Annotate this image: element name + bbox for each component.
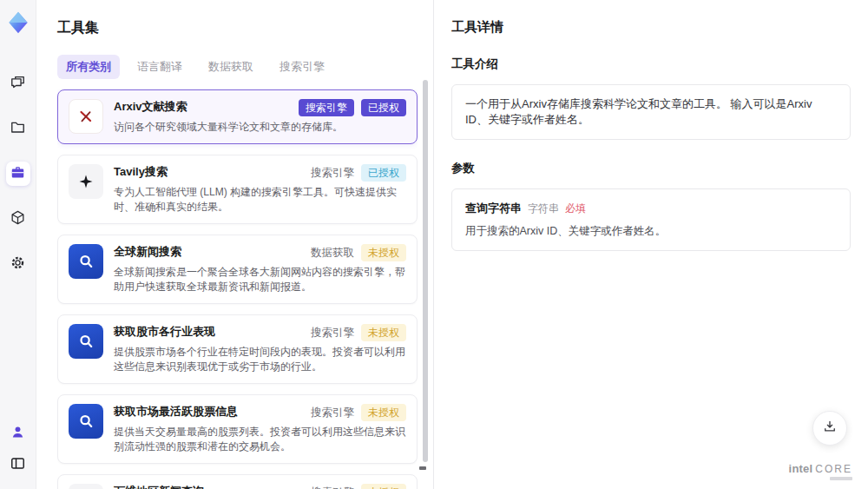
scrollbar-thumb[interactable]	[423, 80, 428, 462]
tool-name: 获取股市各行业表现	[114, 324, 215, 340]
stock-search-icon	[69, 324, 103, 359]
category-label: 搜索引擎	[311, 326, 354, 340]
core-brand-text: CORE	[815, 463, 852, 475]
intro-heading: 工具介绍	[451, 56, 851, 72]
tool-detail-pane: 工具详情 工具介绍 一个用于从Arxiv存储库搜索科学论文和文章的工具。 输入可…	[433, 0, 868, 489]
category-label: 数据获取	[311, 246, 354, 261]
tool-name: Arxiv文献搜索	[114, 99, 187, 115]
tool-description: 专为人工智能代理 (LLM) 构建的搜索引擎工具。可快速提供实时、准确和真实的结…	[114, 185, 406, 215]
tab-all-categories[interactable]: 所有类别	[57, 55, 120, 79]
param-type: 字符串	[528, 202, 559, 216]
tool-description: 提供股票市场各个行业在特定时间段内的表现。投资者可以利用这些信息来识别表现优于或…	[114, 345, 406, 374]
tool-list: Arxiv文献搜索 搜索引擎 已授权 访问各个研究领域大量科学论文和文章的存储库…	[57, 89, 418, 489]
sidebar-item-packages[interactable]	[6, 207, 30, 231]
tool-name: Tavily搜索	[114, 164, 168, 180]
intro-card: 一个用于从Arxiv存储库搜索科学论文和文章的工具。 输入可以是Arxiv ID…	[451, 84, 851, 140]
sidebar-bottom	[6, 421, 30, 477]
folder-icon	[10, 119, 26, 139]
auth-badge: 未授权	[361, 404, 406, 421]
settings-gear-icon	[10, 254, 26, 274]
page-title: 工具集	[57, 19, 433, 37]
auth-badge: 已授权	[361, 164, 406, 182]
toolbox-icon	[10, 164, 26, 184]
param-card: 查询字符串 字符串 必填 用于搜索的Arxiv ID、关键字或作者姓名。	[451, 188, 851, 251]
download-icon	[822, 419, 838, 438]
tool-list-pane: 工具集 所有类别 语言翻译 数据获取 搜索引擎 Arxiv文献搜索	[36, 0, 433, 489]
sidebar-item-chat[interactable]	[6, 71, 30, 96]
tab-search-engine[interactable]: 搜索引擎	[271, 55, 333, 79]
param-required-flag: 必填	[565, 202, 586, 216]
auth-badge: 未授权	[361, 244, 406, 261]
category-badge: 搜索引擎	[299, 99, 354, 116]
tool-card-regional-news[interactable]: 万维地区新闻查询 搜索引擎 未授权 查询具体行政区划内的新闻，快速了解各地新闻动	[57, 474, 418, 489]
auth-badge: 未授权	[361, 484, 406, 489]
tool-card-active-stocks[interactable]: 获取市场最活跃股票信息 搜索引擎 未授权 提供当天交易量最高的股票列表。投资者可…	[57, 394, 418, 464]
sidebar-item-settings[interactable]	[6, 252, 30, 276]
newspaper-icon	[69, 484, 103, 489]
package-icon	[10, 209, 26, 229]
intro-text: 一个用于从Arxiv存储库搜索科学论文和文章的工具。 输入可以是Arxiv ID…	[465, 97, 812, 126]
tool-description: 访问各个研究领域大量科学论文和文章的存储库。	[114, 120, 406, 135]
user-icon	[10, 424, 26, 444]
tool-description: 全球新闻搜索是一个聚合全球各大新闻网站内容的搜索引擎，帮助用户快速获取全球最新资…	[114, 265, 406, 294]
arxiv-x-icon	[69, 99, 103, 134]
tavily-star-icon	[69, 164, 103, 199]
panel-toggle-icon	[10, 455, 26, 475]
scrollbar-end-mark	[419, 466, 426, 470]
sidebar-item-files[interactable]	[6, 116, 30, 141]
param-name: 查询字符串	[465, 201, 522, 216]
download-button[interactable]	[812, 411, 847, 446]
app-logo-icon	[3, 7, 34, 38]
params-heading: 参数	[451, 161, 851, 176]
tool-card-global-news[interactable]: 全球新闻搜索 数据获取 未授权 全球新闻搜索是一个聚合全球各大新闻网站内容的搜索…	[57, 235, 418, 304]
chat-icon	[10, 74, 26, 94]
list-scrollbar[interactable]	[423, 80, 428, 479]
category-label: 搜索引擎	[311, 166, 354, 181]
tool-card-tavily[interactable]: Tavily搜索 搜索引擎 已授权 专为人工智能代理 (LLM) 构建的搜索引擎…	[57, 155, 418, 224]
detail-title: 工具详情	[451, 19, 851, 36]
tool-description: 提供当天交易量最高的股票列表。投资者可以利用这些信息来识别流动性强的股票和潜在的…	[114, 425, 406, 454]
intel-brand-text: intel	[789, 462, 813, 475]
intel-core-logo: intel CORE	[789, 462, 852, 480]
sidebar-nav	[6, 71, 30, 276]
sidebar-item-tools[interactable]	[6, 162, 30, 186]
auth-badge: 未授权	[361, 324, 406, 341]
sidebar	[0, 0, 36, 489]
tool-name: 万维地区新闻查询	[114, 484, 204, 489]
category-tabs: 所有类别 语言翻译 数据获取 搜索引擎	[57, 55, 433, 79]
category-label: 搜索引擎	[311, 486, 354, 489]
auth-badge: 已授权	[361, 99, 406, 116]
tool-name: 全球新闻搜索	[114, 244, 181, 260]
news-search-icon	[69, 244, 103, 279]
param-description: 用于搜索的Arxiv ID、关键字或作者姓名。	[465, 224, 837, 239]
tab-data-fetch[interactable]: 数据获取	[200, 55, 262, 79]
intel-core-sub-mark	[830, 477, 852, 480]
category-label: 搜索引擎	[311, 406, 354, 420]
tool-card-sector-performance[interactable]: 获取股市各行业表现 搜索引擎 未授权 提供股票市场各个行业在特定时间段内的表现。…	[57, 314, 418, 384]
tab-language-translation[interactable]: 语言翻译	[128, 55, 191, 79]
stock-search-icon	[69, 404, 103, 439]
tool-card-arxiv[interactable]: Arxiv文献搜索 搜索引擎 已授权 访问各个研究领域大量科学论文和文章的存储库…	[57, 89, 418, 144]
collapse-sidebar-button[interactable]	[6, 453, 30, 477]
app-window: 工具集 所有类别 语言翻译 数据获取 搜索引擎 Arxiv文献搜索	[0, 0, 868, 489]
user-profile-button[interactable]	[6, 421, 30, 446]
tool-name: 获取市场最活跃股票信息	[114, 404, 238, 420]
